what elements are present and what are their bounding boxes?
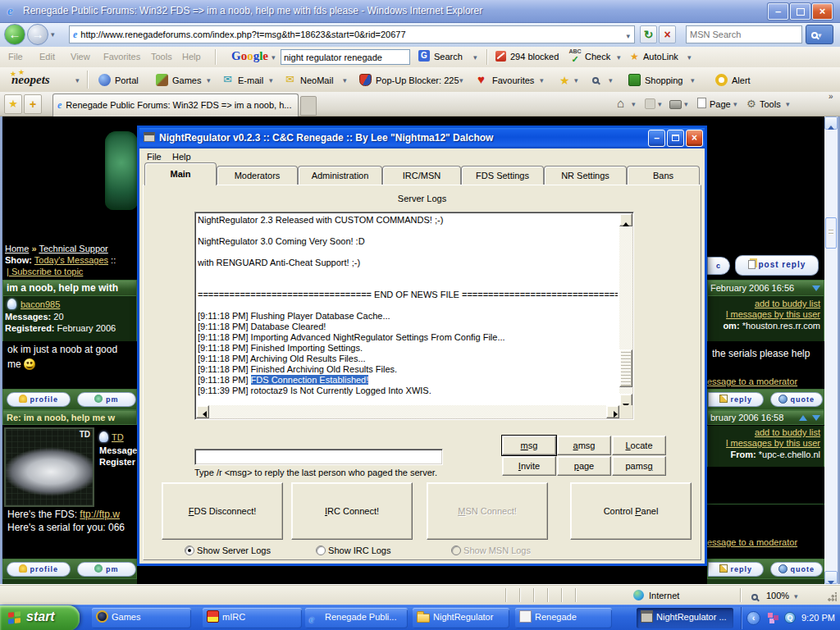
google-search-input[interactable] (281, 49, 410, 65)
menu-favorites[interactable]: Favorites (103, 52, 140, 62)
profile-button[interactable]: profile (7, 392, 71, 407)
email-dropdown-icon[interactable]: ▾ (269, 76, 273, 84)
new-tab-stub[interactable] (300, 96, 317, 116)
neopets-popup-blocker-button[interactable]: Pop-Up Blocker: 225 (376, 75, 459, 85)
tab-administration[interactable]: Administration (298, 166, 382, 185)
restore-button[interactable] (790, 3, 810, 20)
feeds-icon[interactable] (645, 98, 655, 109)
tools-dropdown-icon[interactable]: ▾ (786, 100, 790, 108)
neopets-portal-button[interactable]: Portal (115, 75, 139, 85)
neopets-favourites-button[interactable]: Favourites (492, 75, 534, 85)
add-buddy-link[interactable]: add to buddy list (755, 427, 820, 437)
tab-irc-msn[interactable]: IRC/MSN (382, 166, 461, 185)
neopets-alert-button[interactable]: Alert (732, 75, 751, 85)
google-dropdown-icon[interactable]: ▾ (272, 53, 276, 62)
star-tool-icon[interactable]: ★ (559, 74, 570, 87)
msn-search-button[interactable]: ▾ (806, 25, 833, 44)
menu-tools[interactable]: Tools (151, 52, 172, 62)
page-dropdown-icon[interactable]: ▾ (733, 100, 737, 108)
subscribe-link[interactable]: | Subscribe to topic (7, 267, 83, 276)
irc-connect-button[interactable]: IRC Connect! (291, 482, 413, 540)
address-bar[interactable]: ehttp://www.renegadeforums.com/index.php… (69, 25, 635, 43)
close-button[interactable]: × (812, 3, 833, 20)
message-input[interactable] (194, 449, 443, 465)
tools-menu-button[interactable]: Tools (760, 99, 781, 109)
post2-author-link[interactable]: TD (112, 432, 124, 442)
zoom-level[interactable]: 100% (766, 591, 789, 600)
page-scrollbar[interactable] (824, 116, 838, 584)
shopping-dropdown-icon[interactable]: ▾ (691, 76, 695, 84)
messages-by-user-link[interactable]: l messages by this user (726, 438, 820, 448)
google-search-dropdown-icon[interactable]: ▾ (473, 53, 477, 62)
post-reply-button[interactable]: post reply (735, 255, 819, 276)
toolbar-overflow-chevron[interactable]: » (829, 92, 833, 101)
popup-dropdown-icon[interactable]: ▾ (459, 76, 463, 84)
print-icon[interactable] (669, 100, 682, 109)
zoom-dropdown-icon[interactable]: ▾ (794, 592, 798, 600)
locate-button[interactable]: Locate (612, 436, 666, 455)
google-autolink-button[interactable]: AutoLink (643, 52, 678, 62)
page-menu-button[interactable]: Page (710, 99, 731, 109)
log-hscrollbar[interactable] (196, 405, 619, 418)
stop-button[interactable]: × (659, 25, 676, 43)
favorites-center-button[interactable]: ★ (4, 94, 22, 114)
tray-quicktime-icon[interactable]: Q (784, 612, 796, 623)
app-minimize-button[interactable]: – (648, 130, 665, 147)
pm-button[interactable]: pm (77, 392, 136, 407)
taskbar-item-nightregulator-active[interactable]: NightRegulator ... (637, 608, 733, 628)
tab-moderators[interactable]: Moderators (217, 166, 298, 185)
scroll-thumb[interactable] (825, 217, 837, 249)
resize-grip[interactable] (827, 592, 837, 602)
refresh-button[interactable]: ↻ (640, 25, 657, 43)
fds-disconnect-button[interactable]: FDS Disconnect! (162, 482, 283, 540)
breadcrumb-section-link[interactable]: Technical Suppor (39, 244, 107, 253)
taskbar-item-mirc[interactable]: mIRC (203, 608, 302, 628)
radio-show-irc-logs[interactable]: Show IRC Logs (316, 546, 391, 555)
scroll-up-button[interactable] (824, 116, 838, 130)
msg-button[interactable]: msg (502, 436, 556, 455)
google-blocked-counter[interactable]: 294 blocked (510, 52, 559, 62)
pm-button[interactable]: pm (77, 562, 136, 577)
server-log-box[interactable]: NightRegulator 2.3 Released with CUSTOM … (194, 212, 634, 420)
taskbar-item-renegade[interactable]: Renegade (515, 608, 612, 628)
message-moderator-link[interactable]: essage to a moderator (707, 537, 797, 547)
address-dropdown-icon[interactable]: ▾ (626, 28, 630, 43)
taskbar-item-games[interactable]: Games (92, 608, 191, 628)
google-logo[interactable]: Google (231, 49, 268, 63)
autolink-dropdown-icon[interactable]: ▾ (687, 53, 692, 62)
google-search-button[interactable]: Search (434, 52, 463, 62)
menu-view[interactable]: View (71, 52, 90, 62)
browser-tab[interactable]: eRenegade Public Forums: Win32 FDS => im… (52, 94, 299, 116)
games-dropdown-icon[interactable]: ▾ (207, 76, 211, 84)
add-buddy-link[interactable]: add to buddy list (755, 299, 820, 308)
start-button[interactable]: start (0, 605, 80, 630)
app-menu-help[interactable]: Help (172, 152, 191, 162)
prev-post-icon[interactable] (799, 415, 807, 421)
todays-messages-link[interactable]: Today's Messages (34, 255, 108, 265)
magnifier-tool-icon[interactable] (592, 75, 599, 84)
pamsg-button[interactable]: pamsg (612, 456, 666, 476)
ftp-link[interactable]: ftp://ftp.w (80, 509, 120, 520)
taskbar-item-nightregulator-folder[interactable]: NightRegulator (413, 608, 509, 628)
radio-show-server-logs[interactable]: Show Server Logs (185, 546, 271, 555)
amsg-button[interactable]: amsg (557, 436, 611, 455)
neopets-shopping-button[interactable]: Shopping (645, 75, 683, 85)
tray-msn-icon[interactable] (768, 613, 778, 623)
google-check-button[interactable]: Check (585, 52, 610, 62)
home-icon[interactable]: ⌂ (617, 96, 624, 110)
message-moderator-link[interactable]: essage to a moderator (707, 377, 797, 386)
msn-search-input[interactable] (686, 25, 802, 43)
reply-button[interactable]: reply (708, 392, 764, 407)
clock[interactable]: 9:20 PM (801, 613, 835, 623)
log-scroll-thumb[interactable] (619, 349, 632, 387)
app-maximize-button[interactable] (667, 130, 684, 147)
log-scroll-right-button[interactable] (606, 405, 619, 418)
reply-button[interactable]: reply (708, 562, 764, 577)
history-dropdown-icon[interactable]: ▾ (51, 30, 55, 39)
tray-collapse-icon[interactable]: ‹ (746, 611, 760, 625)
quote-button[interactable]: quote (770, 392, 823, 407)
add-favorite-button[interactable]: + (24, 94, 42, 114)
page-button[interactable]: page (557, 456, 611, 476)
tab-bans[interactable]: Bans (627, 166, 700, 185)
favourites-dropdown-icon[interactable]: ▾ (540, 76, 544, 84)
